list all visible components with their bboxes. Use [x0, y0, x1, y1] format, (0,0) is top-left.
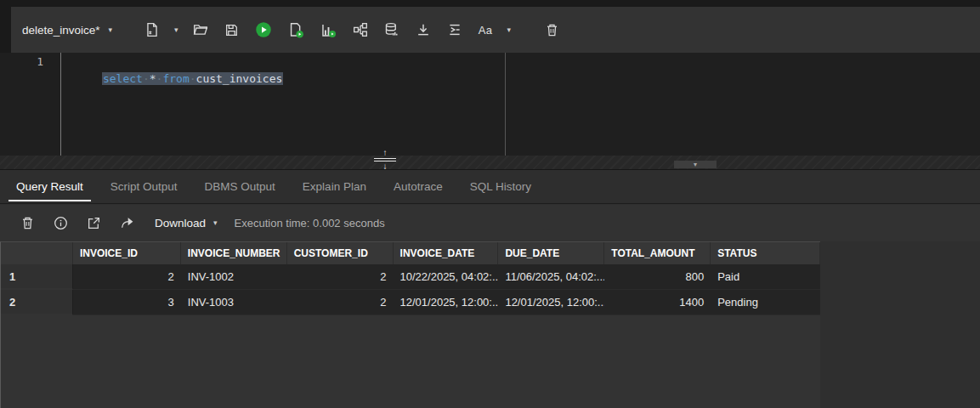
table-row[interactable]: 2 3 INV-1003 2 12/01/2025, 12:00:... 12/… [1, 290, 820, 315]
download-label: Download [155, 217, 206, 230]
save-icon [224, 23, 239, 37]
open-folder-icon [193, 22, 208, 37]
trash-icon [545, 23, 559, 37]
table-row[interactable]: 1 2 INV-1002 2 10/22/2025, 04:02:... 11/… [1, 264, 820, 290]
delete-result-button[interactable] [19, 214, 37, 232]
chevron-down-icon: ▾ [109, 26, 113, 34]
autotrace-button[interactable] [351, 20, 370, 39]
info-icon [54, 216, 68, 230]
cell-status[interactable]: Pending [711, 290, 820, 315]
column-header-total-amount[interactable]: TOTAL_AMOUNT [604, 242, 711, 264]
result-grid: INVOICE_ID INVOICE_NUMBER CUSTOMER_ID IN… [0, 241, 820, 408]
column-header-invoice-date[interactable]: INVOICE_DATE [394, 242, 499, 264]
splitter-resize-grip[interactable]: ↑ ↓ [371, 149, 399, 171]
splitter-collapse-button[interactable]: ▾ [674, 161, 717, 168]
open-in-new-button[interactable] [85, 214, 103, 232]
arrow-up-icon: ↑ [383, 149, 388, 157]
database-button[interactable] [382, 20, 401, 39]
worksheet-selector[interactable]: delete_invoice* ▾ [22, 24, 112, 37]
print-margin-line [505, 53, 506, 156]
cell-due-date[interactable]: 11/06/2025, 04:02:... [498, 264, 604, 290]
font-size-menu-button[interactable]: ▾ [507, 25, 512, 36]
new-worksheet-button[interactable] [143, 20, 161, 39]
cell-invoice-date[interactable]: 10/22/2025, 04:02:... [394, 264, 499, 290]
autotrace-icon [353, 22, 368, 37]
open-in-new-icon [87, 216, 101, 230]
font-size-icon: Aa [479, 24, 493, 37]
code-line[interactable]: select·*·from·cust_invoices [62, 54, 283, 71]
execution-time-text: Execution time: 0.002 seconds [235, 217, 385, 230]
save-button[interactable] [223, 21, 241, 39]
grid-header-row: INVOICE_ID INVOICE_NUMBER CUSTOMER_ID IN… [1, 242, 820, 264]
tab-explain-plan[interactable]: Explain Plan [295, 170, 374, 203]
cell-customer-id[interactable]: 2 [287, 264, 394, 290]
chevron-down-icon: ▾ [213, 219, 218, 227]
tab-query-result[interactable]: Query Result [8, 170, 91, 203]
tab-script-output[interactable]: Script Output [103, 170, 185, 203]
cell-invoice-date[interactable]: 12/01/2025, 12:00:... [394, 290, 499, 315]
column-header-customer-id[interactable]: CUSTOMER_ID [287, 242, 394, 264]
chevron-down-icon: ▾ [174, 26, 178, 34]
format-button[interactable] [445, 20, 464, 39]
run-statement-button[interactable] [253, 20, 274, 40]
column-header-due-date[interactable]: DUE_DATE [498, 242, 604, 264]
trash-icon [20, 216, 35, 230]
explain-plan-button[interactable] [319, 20, 338, 40]
results-panel: Query Result Script Output DBMS Output E… [0, 170, 980, 408]
format-icon [447, 22, 462, 37]
run-script-button[interactable] [286, 20, 306, 40]
explain-plan-icon [320, 22, 337, 38]
download-dropdown[interactable]: Download ▾ [155, 217, 218, 230]
tab-autotrace[interactable]: Autotrace [386, 170, 450, 203]
chevron-down-icon: ▾ [694, 162, 697, 168]
share-button[interactable] [118, 214, 136, 232]
cell-due-date[interactable]: 12/01/2025, 12:00:... [498, 290, 604, 315]
row-number-header [1, 242, 73, 264]
database-icon [384, 22, 399, 37]
result-toolbar: Download ▾ Execution time: 0.002 seconds [0, 205, 980, 241]
column-header-status[interactable]: STATUS [711, 242, 820, 264]
cell-invoice-id[interactable]: 2 [73, 264, 181, 290]
row-number-cell[interactable]: 2 [1, 290, 73, 315]
run-icon [255, 21, 272, 38]
cell-status[interactable]: Paid [711, 264, 820, 290]
open-file-button[interactable] [191, 20, 210, 39]
new-worksheet-menu-button[interactable]: ▾ [174, 25, 178, 36]
toolbar-zone: delete_invoice* ▾ ▾ [0, 0, 980, 53]
column-header-invoice-number[interactable]: INVOICE_NUMBER [181, 242, 287, 264]
cell-invoice-number[interactable]: INV-1002 [181, 264, 287, 290]
worksheet-toolbar: delete_invoice* ▾ ▾ [11, 7, 980, 53]
download-icon [416, 22, 431, 37]
cell-customer-id[interactable]: 2 [287, 290, 394, 315]
result-info-button[interactable] [52, 214, 70, 232]
cell-invoice-id[interactable]: 3 [73, 290, 181, 315]
line-number: 1 [0, 55, 60, 68]
run-script-icon [288, 22, 304, 38]
worksheet-name: delete_invoice* [22, 24, 100, 37]
row-number-cell[interactable]: 1 [1, 264, 73, 290]
cell-total-amount[interactable]: 800 [604, 264, 711, 290]
column-header-invoice-id[interactable]: INVOICE_ID [73, 242, 181, 264]
clear-worksheet-button[interactable] [543, 21, 561, 39]
editor-results-splitter[interactable]: ↑ ↓ ▾ [0, 156, 980, 170]
tab-sql-history[interactable]: SQL History [462, 170, 539, 203]
cell-total-amount[interactable]: 1400 [604, 290, 711, 315]
selected-text: select·*·from·cust_invoices [102, 72, 283, 85]
results-tabbar: Query Result Script Output DBMS Output E… [0, 170, 980, 204]
share-icon [120, 216, 134, 230]
chevron-down-icon: ▾ [507, 26, 512, 34]
cell-invoice-number[interactable]: INV-1003 [181, 290, 287, 315]
tab-dbms-output[interactable]: DBMS Output [197, 170, 283, 203]
app-window: delete_invoice* ▾ ▾ [0, 0, 980, 408]
font-size-button[interactable]: Aa [477, 22, 495, 38]
editor-gutter: 1 [0, 53, 61, 156]
download-worksheet-button[interactable] [414, 20, 433, 39]
sql-editor[interactable]: 1 select·*·from·cust_invoices [0, 53, 980, 156]
toolbar-buttons: ▾ [143, 20, 561, 40]
new-worksheet-icon [144, 22, 160, 37]
